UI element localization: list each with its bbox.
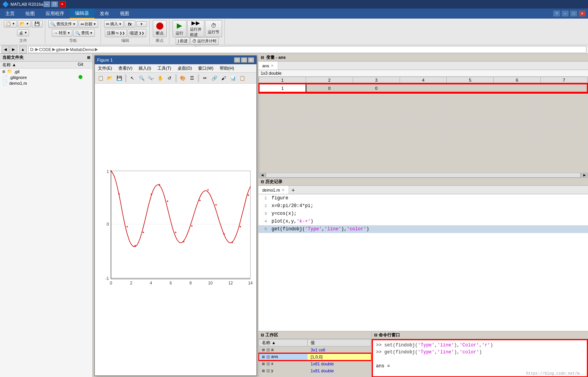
indent-button[interactable]: 缩进 ❯❯ xyxy=(128,29,146,37)
help-icon[interactable]: ? xyxy=(553,10,560,17)
cell-1-5[interactable] xyxy=(447,84,494,93)
list-item[interactable]: ⊞ 📁 .git xyxy=(0,69,92,74)
fig-brush-button[interactable]: 🖌 xyxy=(219,74,228,82)
ws-row-y[interactable]: ⊞ ▦ y 1x81 double xyxy=(259,367,371,374)
new-dropdown[interactable]: ▼ xyxy=(12,22,15,26)
command-window-content[interactable]: >> set(findobj('Type','line'),'Color','r… xyxy=(372,339,588,377)
fig-edit-button[interactable]: ✏ xyxy=(201,74,209,82)
fig-restore-button[interactable]: □ xyxy=(241,57,247,63)
fx-dropdown[interactable]: ▼ xyxy=(136,21,147,27)
fig-save-button[interactable]: 💾 xyxy=(115,74,123,82)
fig-inspector-button[interactable]: 📋 xyxy=(238,74,246,82)
minimize-button[interactable]: ─ xyxy=(43,1,50,7)
fig-rotate-button[interactable]: ↺ xyxy=(165,74,174,82)
scroll-right-button[interactable]: ▶ xyxy=(580,173,588,178)
cell-1-6[interactable] xyxy=(494,84,540,93)
forward-button[interactable]: ▶ xyxy=(10,46,17,53)
list-item[interactable]: 📄 .gitignore xyxy=(0,74,92,80)
fig-zoom-out-button[interactable]: 🔍- xyxy=(147,74,155,82)
up-button[interactable]: ▲ xyxy=(19,46,27,53)
fig-minimize-button[interactable]: ─ xyxy=(234,57,240,63)
breakpoint-button[interactable]: ⬤ 断点 xyxy=(153,20,167,37)
cell-1-4[interactable] xyxy=(400,84,446,93)
fig-menu-desktop[interactable]: 桌面(D) xyxy=(174,65,195,72)
menu-apps[interactable]: 应用程序 xyxy=(40,9,70,19)
cell-2-6[interactable] xyxy=(494,93,540,101)
back-button[interactable]: ◀ xyxy=(2,46,9,53)
open-dropdown[interactable]: ▼ xyxy=(26,22,29,26)
fig-colorbar-button[interactable]: 🎨 xyxy=(178,74,187,82)
menu-view[interactable]: 视图 xyxy=(115,9,135,19)
cell-3-7[interactable] xyxy=(540,101,587,110)
max-btn2[interactable]: □ xyxy=(570,10,577,17)
goto-button[interactable]: → 转至 ▼ xyxy=(52,29,72,37)
cell-1-7[interactable] xyxy=(540,84,587,93)
cell-2-2[interactable] xyxy=(306,93,353,101)
restore-button[interactable]: ❐ xyxy=(51,1,58,7)
fig-close-button[interactable]: ✕ xyxy=(248,57,254,63)
fig-cursor-button[interactable]: ↖ xyxy=(128,74,137,82)
tab-close-icon[interactable]: ✕ xyxy=(282,188,285,192)
fig-link-button[interactable]: 🔗 xyxy=(210,74,219,82)
variables-grid[interactable]: 1 2 3 4 5 6 7 1 0 0 xyxy=(258,77,588,173)
print-dropdown[interactable]: ▼ xyxy=(24,31,27,34)
ws-row-ans[interactable]: ⊞ ▦ ans [1,0,0] xyxy=(259,353,371,360)
cell-1-2[interactable]: 0 xyxy=(306,84,353,93)
menu-editor[interactable]: 编辑器 xyxy=(70,9,94,19)
list-item[interactable]: 📄 demo1.m xyxy=(0,80,92,86)
fig-menu-file[interactable]: 文件(E) xyxy=(95,65,115,72)
fig-menu-window[interactable]: 窗口(W) xyxy=(195,65,217,72)
menu-plot[interactable]: 绘图 xyxy=(20,9,40,19)
print-button[interactable]: 🖨 ▼ xyxy=(17,29,29,36)
vars-tab-ans[interactable]: ans ✕ xyxy=(258,62,278,70)
workspace-expand-icon[interactable]: ⊟ xyxy=(261,333,264,337)
fig-open-button[interactable]: 📂 xyxy=(106,74,114,82)
find-file-button[interactable]: 🔍 查找文件 ▼ xyxy=(48,20,78,28)
cell-2-5[interactable] xyxy=(447,93,494,101)
fig-pan-button[interactable]: ✋ xyxy=(156,74,164,82)
cell-2-3[interactable] xyxy=(353,93,400,101)
fig-plottools-button[interactable]: 📊 xyxy=(229,74,237,82)
expand-icon[interactable]: ⊞ xyxy=(87,55,90,60)
cell-1-1[interactable]: 1 xyxy=(259,84,306,93)
fig-legend-button[interactable]: ☰ xyxy=(188,74,196,82)
cell-1-3[interactable]: 0 xyxy=(353,84,400,93)
ws-row-x[interactable]: ⊞ ▦ x 1x81 double xyxy=(259,360,371,367)
comment-button[interactable]: 注释 % ❯❯ xyxy=(105,29,127,37)
find-button[interactable]: 🔍 查找 ▼ xyxy=(73,29,95,37)
fig-new-button[interactable]: 📋 xyxy=(96,74,105,82)
cell-2-4[interactable] xyxy=(400,93,446,101)
run-time-button[interactable]: ⏱ 运行并计时 xyxy=(190,37,219,45)
menu-home[interactable]: 主页 xyxy=(0,9,20,19)
cell-3-2[interactable] xyxy=(306,101,353,110)
cell-3-1[interactable] xyxy=(259,101,306,110)
compare-button[interactable]: ⇔ 比较 ▼ xyxy=(79,20,98,28)
cell-3-6[interactable] xyxy=(494,101,540,110)
add-tab-button[interactable]: + xyxy=(289,186,297,194)
cell-2-1[interactable] xyxy=(259,93,306,101)
save-button[interactable]: 💾 xyxy=(32,20,43,27)
fx-button[interactable]: fx xyxy=(125,21,135,27)
insert-button[interactable]: ✏ 插入 ▼ xyxy=(104,20,124,28)
fig-menu-help[interactable]: 帮助(H) xyxy=(217,65,237,72)
run-section-button[interactable]: ⏱ 运行节 xyxy=(205,20,222,37)
scroll-left-button[interactable]: ◀ xyxy=(258,173,266,178)
cell-3-5[interactable] xyxy=(447,101,494,110)
new-button[interactable]: 📋 ▼ xyxy=(4,20,17,27)
fig-menu-view[interactable]: 查看(V) xyxy=(115,65,136,72)
step-button[interactable]: ⟩ 前进 xyxy=(176,37,190,45)
cmd-expand-icon[interactable]: ⊟ xyxy=(374,333,377,337)
address-path[interactable]: D: ▶ CODE ▶ gitee ▶ MatlabDemo ▶ xyxy=(28,46,586,53)
vars-expand-icon[interactable]: ⊟ xyxy=(261,55,264,60)
cell-3-3[interactable] xyxy=(353,101,400,110)
cell-3-4[interactable] xyxy=(400,101,446,110)
editor-content[interactable]: 1 figure 2 x=0:pi/20:4*pi; 3 y=cos(x); 4… xyxy=(258,194,588,331)
vars-tab-close[interactable]: ✕ xyxy=(271,64,274,68)
editor-tab-demo1[interactable]: demo1.m ✕ xyxy=(258,186,289,194)
ws-row-a[interactable]: ⊞ ▦ a 3x1 cell xyxy=(259,346,371,353)
min-btn2[interactable]: ─ xyxy=(562,10,569,17)
close-button[interactable]: ✕ xyxy=(59,1,66,7)
vars-scrollbar[interactable]: ◀ ▶ xyxy=(258,173,588,177)
workspace-table[interactable]: 名称 ▲ 值 ⊞ ▦ a 3x1 cell xyxy=(258,339,371,377)
fig-zoom-in-button[interactable]: 🔍 xyxy=(137,74,146,82)
